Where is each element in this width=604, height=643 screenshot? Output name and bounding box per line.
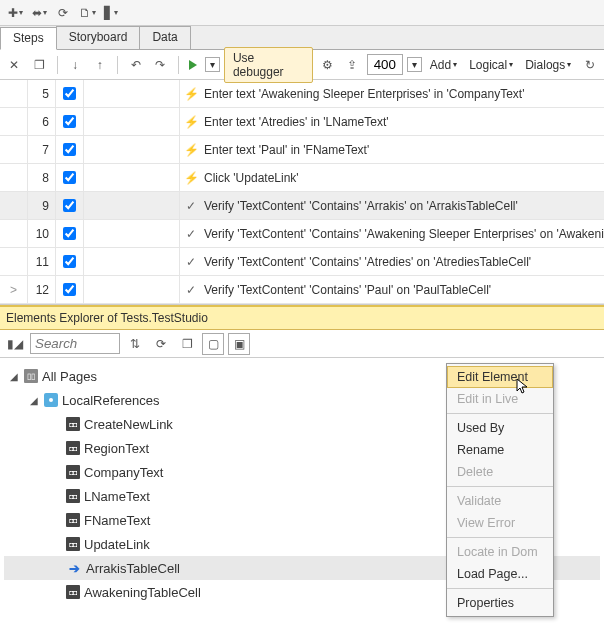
step-row[interactable]: >12✓Verify 'TextContent' 'Contains' 'Pau… <box>0 276 604 304</box>
row-checkbox[interactable] <box>56 108 84 135</box>
row-number: 12 <box>28 276 56 303</box>
row-description: Verify 'TextContent' 'Contains' 'Paul' o… <box>202 283 604 297</box>
close-icon[interactable]: ✕ <box>4 54 25 76</box>
row-description: Enter text 'Atredies' in 'LNameText' <box>202 115 604 129</box>
menu-item: View Error <box>447 512 553 534</box>
row-number: 8 <box>28 164 56 191</box>
menu-separator <box>447 588 553 589</box>
row-checkbox[interactable] <box>56 136 84 163</box>
row-number: 9 <box>28 192 56 219</box>
row-spacer <box>84 164 180 191</box>
export-icon[interactable]: ⇪ <box>342 54 363 76</box>
use-debugger-button[interactable]: Use debugger <box>224 47 313 83</box>
copy-elements-icon[interactable]: ❐ <box>176 333 198 355</box>
step-row[interactable]: 6⚡Enter text 'Atredies' in 'LNameText' <box>0 108 604 136</box>
copy-icon[interactable]: ❐ <box>29 54 50 76</box>
menu-separator <box>447 413 553 414</box>
row-gutter <box>0 80 28 107</box>
step-row[interactable]: 10✓Verify 'TextContent' 'Contains' 'Awak… <box>0 220 604 248</box>
add-dropdown[interactable]: Add▾ <box>426 56 461 74</box>
row-gutter <box>0 108 28 135</box>
logical-dropdown[interactable]: Logical▾ <box>465 56 517 74</box>
field-icon: ◘◘ <box>66 465 80 479</box>
menu-item[interactable]: Properties <box>447 592 553 614</box>
gear-icon[interactable]: ⚙ <box>317 54 338 76</box>
refresh-elements-icon[interactable]: ⟳ <box>150 333 172 355</box>
step-row[interactable]: 9✓Verify 'TextContent' 'Contains' 'Arrak… <box>0 192 604 220</box>
tab-steps[interactable]: Steps <box>0 27 57 50</box>
undo-icon[interactable]: ↶ <box>125 54 146 76</box>
tree-item-label: AwakeningTableCell <box>84 585 201 600</box>
pages-icon: ▯▯ <box>24 369 38 383</box>
tab-storyboard[interactable]: Storyboard <box>56 26 141 49</box>
redo-icon[interactable]: ↷ <box>150 54 171 76</box>
steps-grid: 5⚡Enter text 'Awakening Sleeper Enterpri… <box>0 80 604 305</box>
row-checkbox[interactable] <box>56 220 84 247</box>
menu-item[interactable]: Used By <box>447 417 553 439</box>
expander-icon[interactable]: ◢ <box>8 371 20 382</box>
view2-icon[interactable]: ▣ <box>228 333 250 355</box>
move-up-icon[interactable]: ↑ <box>89 54 110 76</box>
page-icon <box>44 393 58 407</box>
row-checkbox[interactable] <box>56 248 84 275</box>
menu-item[interactable]: Load Page... <box>447 563 553 585</box>
tab-data[interactable]: Data <box>139 26 190 49</box>
menu-item: Validate <box>447 490 553 512</box>
row-checkbox[interactable] <box>56 80 84 107</box>
reload-icon[interactable]: ↻ <box>579 54 600 76</box>
play-dropdown[interactable]: ▾ <box>205 57 220 72</box>
play-button[interactable] <box>186 57 201 73</box>
selected-arrow-icon: ➔ <box>66 561 82 575</box>
field-icon: ◘◘ <box>66 417 80 431</box>
row-number: 10 <box>28 220 56 247</box>
menu-item[interactable]: Rename <box>447 439 553 461</box>
menu-item: Edit in Live <box>447 388 553 410</box>
chart-icon[interactable]: ▋▾ <box>100 2 122 24</box>
tool-icon[interactable]: 🗋▾ <box>76 2 98 24</box>
row-gutter <box>0 136 28 163</box>
bolt-icon: ⚡ <box>180 143 202 157</box>
menu-item: Delete <box>447 461 553 483</box>
view1-icon[interactable]: ▢ <box>202 333 224 355</box>
step-row[interactable]: 8⚡Click 'UpdateLink' <box>0 164 604 192</box>
expander-icon[interactable]: ◢ <box>28 395 40 406</box>
bolt-icon: ⚡ <box>180 115 202 129</box>
row-number: 11 <box>28 248 56 275</box>
refresh-icon[interactable]: ⟳ <box>52 2 74 24</box>
row-spacer <box>84 136 180 163</box>
menu-item[interactable]: Edit Element <box>447 366 553 388</box>
row-number: 6 <box>28 108 56 135</box>
explorer-icon[interactable]: ▮◢ <box>4 333 26 355</box>
dialogs-dropdown[interactable]: Dialogs▾ <box>521 56 575 74</box>
row-spacer <box>84 192 180 219</box>
bolt-icon: ⚡ <box>180 171 202 185</box>
elements-toolbar: ▮◢ ⇅ ⟳ ❐ ▢ ▣ <box>0 330 604 358</box>
row-checkbox[interactable] <box>56 192 84 219</box>
row-number: 7 <box>28 136 56 163</box>
row-description: Verify 'TextContent' 'Contains' 'Awakeni… <box>202 227 604 241</box>
link-icon[interactable]: ⬌▾ <box>28 2 50 24</box>
sort-icon[interactable]: ⇅ <box>124 333 146 355</box>
row-spacer <box>84 80 180 107</box>
step-row[interactable]: 11✓Verify 'TextContent' 'Contains' 'Atre… <box>0 248 604 276</box>
search-input[interactable] <box>30 333 120 354</box>
menu-item: Locate in Dom <box>447 541 553 563</box>
menu-separator <box>447 537 553 538</box>
bolt-icon: ⚡ <box>180 87 202 101</box>
delay-dropdown[interactable]: ▾ <box>407 57 422 72</box>
row-gutter <box>0 192 28 219</box>
move-down-icon[interactable]: ↓ <box>65 54 86 76</box>
check-icon: ✓ <box>180 199 202 213</box>
row-checkbox[interactable] <box>56 276 84 303</box>
step-row[interactable]: 5⚡Enter text 'Awakening Sleeper Enterpri… <box>0 80 604 108</box>
row-description: Verify 'TextContent' 'Contains' 'Atredie… <box>202 255 604 269</box>
step-row[interactable]: 7⚡Enter text 'Paul' in 'FNameText' <box>0 136 604 164</box>
menu-separator <box>447 486 553 487</box>
row-spacer <box>84 108 180 135</box>
tree-item-label: FNameText <box>84 513 150 528</box>
add-icon[interactable]: ✚▾ <box>4 2 26 24</box>
row-checkbox[interactable] <box>56 164 84 191</box>
tree-item-label: RegionText <box>84 441 149 456</box>
tree-item-label: CompanyText <box>84 465 163 480</box>
delay-input[interactable] <box>367 54 403 75</box>
